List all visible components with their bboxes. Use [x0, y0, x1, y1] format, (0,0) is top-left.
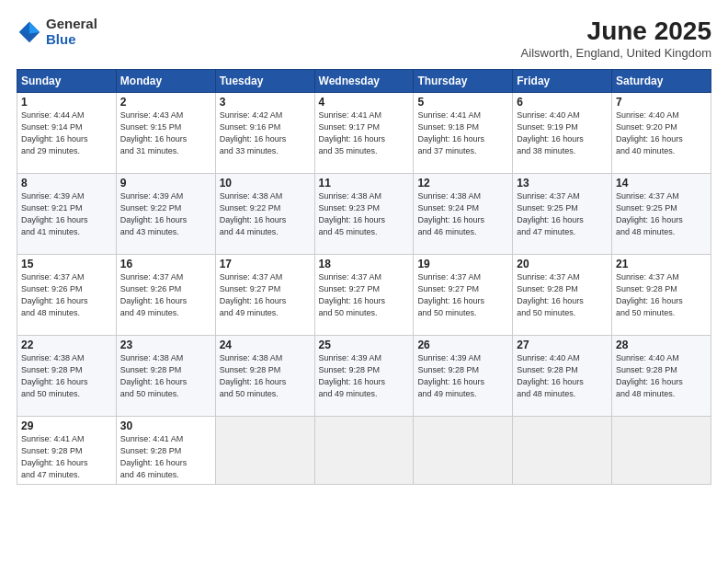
day-number: 27	[517, 339, 608, 351]
day-info: Sunrise: 4:37 AMSunset: 9:25 PMDaylight:…	[616, 191, 683, 236]
col-friday: Friday	[513, 70, 612, 93]
day-info: Sunrise: 4:38 AMSunset: 9:28 PMDaylight:…	[220, 353, 287, 398]
table-cell: 10 Sunrise: 4:38 AMSunset: 9:22 PMDaylig…	[215, 174, 314, 255]
table-cell: 25 Sunrise: 4:39 AMSunset: 9:28 PMDaylig…	[314, 336, 414, 417]
table-cell: 26 Sunrise: 4:39 AMSunset: 9:28 PMDaylig…	[414, 336, 513, 417]
day-number: 16	[120, 258, 211, 270]
day-number: 2	[120, 96, 211, 109]
day-number: 5	[417, 96, 508, 109]
logo-icon	[17, 19, 42, 45]
month-title: June 2025	[521, 17, 711, 46]
day-number: 14	[616, 177, 707, 190]
day-info: Sunrise: 4:41 AMSunset: 9:28 PMDaylight:…	[21, 434, 88, 479]
col-thursday: Thursday	[414, 70, 513, 93]
table-cell: 22 Sunrise: 4:38 AMSunset: 9:28 PMDaylig…	[17, 336, 117, 417]
day-number: 30	[120, 419, 211, 432]
table-cell: 13 Sunrise: 4:37 AMSunset: 9:25 PMDaylig…	[513, 174, 612, 255]
day-number: 9	[120, 177, 211, 190]
day-number: 17	[220, 258, 311, 270]
table-cell: 12 Sunrise: 4:38 AMSunset: 9:24 PMDaylig…	[414, 174, 513, 255]
day-info: Sunrise: 4:40 AMSunset: 9:28 PMDaylight:…	[517, 353, 584, 398]
day-info: Sunrise: 4:38 AMSunset: 9:28 PMDaylight:…	[120, 353, 188, 398]
empty-cell	[215, 417, 314, 485]
table-row: 22 Sunrise: 4:38 AMSunset: 9:28 PMDaylig…	[17, 336, 711, 417]
table-cell: 28 Sunrise: 4:40 AMSunset: 9:28 PMDaylig…	[612, 336, 711, 417]
day-info: Sunrise: 4:37 AMSunset: 9:28 PMDaylight:…	[616, 272, 683, 317]
empty-cell	[414, 417, 513, 485]
day-info: Sunrise: 4:37 AMSunset: 9:27 PMDaylight:…	[319, 272, 386, 317]
col-saturday: Saturday	[612, 70, 711, 93]
day-number: 4	[319, 96, 410, 109]
day-info: Sunrise: 4:38 AMSunset: 9:28 PMDaylight:…	[21, 353, 88, 398]
day-number: 18	[319, 258, 410, 270]
day-info: Sunrise: 4:39 AMSunset: 9:22 PMDaylight:…	[120, 191, 188, 236]
day-number: 29	[21, 419, 112, 432]
table-cell: 30 Sunrise: 4:41 AMSunset: 9:28 PMDaylig…	[116, 417, 215, 485]
day-info: Sunrise: 4:42 AMSunset: 9:16 PMDaylight:…	[220, 110, 287, 155]
day-number: 22	[21, 339, 112, 351]
empty-cell	[314, 417, 414, 485]
day-info: Sunrise: 4:37 AMSunset: 9:26 PMDaylight:…	[21, 272, 88, 317]
day-info: Sunrise: 4:40 AMSunset: 9:20 PMDaylight:…	[616, 110, 683, 155]
day-info: Sunrise: 4:37 AMSunset: 9:28 PMDaylight:…	[517, 272, 584, 317]
day-info: Sunrise: 4:37 AMSunset: 9:27 PMDaylight:…	[220, 272, 287, 317]
day-number: 26	[417, 339, 508, 351]
day-number: 12	[417, 177, 508, 190]
table-row: 15 Sunrise: 4:37 AMSunset: 9:26 PMDaylig…	[17, 255, 711, 336]
table-cell: 1 Sunrise: 4:44 AMSunset: 9:14 PMDayligh…	[17, 93, 117, 174]
logo-text: General Blue	[46, 17, 97, 47]
col-wednesday: Wednesday	[314, 70, 414, 93]
day-info: Sunrise: 4:41 AMSunset: 9:28 PMDaylight:…	[120, 434, 188, 479]
table-cell: 6 Sunrise: 4:40 AMSunset: 9:19 PMDayligh…	[513, 93, 612, 174]
table-row: 8 Sunrise: 4:39 AMSunset: 9:21 PMDayligh…	[17, 174, 711, 255]
table-cell: 7 Sunrise: 4:40 AMSunset: 9:20 PMDayligh…	[612, 93, 711, 174]
day-number: 3	[220, 96, 311, 109]
table-cell: 8 Sunrise: 4:39 AMSunset: 9:21 PMDayligh…	[17, 174, 117, 255]
header: General Blue June 2025 Ailsworth, Englan…	[17, 17, 711, 60]
table-cell: 29 Sunrise: 4:41 AMSunset: 9:28 PMDaylig…	[17, 417, 117, 485]
table-cell: 23 Sunrise: 4:38 AMSunset: 9:28 PMDaylig…	[116, 336, 215, 417]
table-cell: 19 Sunrise: 4:37 AMSunset: 9:27 PMDaylig…	[414, 255, 513, 336]
table-cell: 5 Sunrise: 4:41 AMSunset: 9:18 PMDayligh…	[414, 93, 513, 174]
day-info: Sunrise: 4:39 AMSunset: 9:21 PMDaylight:…	[21, 191, 88, 236]
logo: General Blue	[17, 17, 97, 47]
day-info: Sunrise: 4:38 AMSunset: 9:22 PMDaylight:…	[220, 191, 287, 236]
logo-general-label: General	[46, 17, 97, 32]
page: General Blue June 2025 Ailsworth, Englan…	[0, 0, 728, 563]
day-info: Sunrise: 4:37 AMSunset: 9:27 PMDaylight:…	[417, 272, 484, 317]
day-number: 20	[517, 258, 608, 270]
svg-marker-2	[19, 21, 29, 33]
empty-cell	[612, 417, 711, 485]
day-info: Sunrise: 4:38 AMSunset: 9:23 PMDaylight:…	[319, 191, 386, 236]
day-info: Sunrise: 4:43 AMSunset: 9:15 PMDaylight:…	[120, 110, 188, 155]
location: Ailsworth, England, United Kingdom	[521, 46, 711, 60]
day-number: 6	[517, 96, 608, 109]
day-number: 28	[616, 339, 707, 351]
day-number: 7	[616, 96, 707, 109]
day-info: Sunrise: 4:37 AMSunset: 9:25 PMDaylight:…	[517, 191, 584, 236]
col-monday: Monday	[116, 70, 215, 93]
day-info: Sunrise: 4:44 AMSunset: 9:14 PMDaylight:…	[21, 110, 88, 155]
day-number: 24	[220, 339, 311, 351]
table-cell: 24 Sunrise: 4:38 AMSunset: 9:28 PMDaylig…	[215, 336, 314, 417]
table-cell: 17 Sunrise: 4:37 AMSunset: 9:27 PMDaylig…	[215, 255, 314, 336]
day-info: Sunrise: 4:39 AMSunset: 9:28 PMDaylight:…	[417, 353, 484, 398]
table-cell: 20 Sunrise: 4:37 AMSunset: 9:28 PMDaylig…	[513, 255, 612, 336]
day-number: 1	[21, 96, 112, 109]
day-number: 25	[319, 339, 410, 351]
col-sunday: Sunday	[17, 70, 117, 93]
day-number: 8	[21, 177, 112, 190]
table-cell: 18 Sunrise: 4:37 AMSunset: 9:27 PMDaylig…	[314, 255, 414, 336]
day-info: Sunrise: 4:40 AMSunset: 9:19 PMDaylight:…	[517, 110, 584, 155]
day-number: 13	[517, 177, 608, 190]
svg-marker-1	[29, 21, 40, 33]
table-cell: 9 Sunrise: 4:39 AMSunset: 9:22 PMDayligh…	[116, 174, 215, 255]
table-cell: 15 Sunrise: 4:37 AMSunset: 9:26 PMDaylig…	[17, 255, 117, 336]
table-cell: 3 Sunrise: 4:42 AMSunset: 9:16 PMDayligh…	[215, 93, 314, 174]
day-info: Sunrise: 4:40 AMSunset: 9:28 PMDaylight:…	[616, 353, 683, 398]
table-cell: 11 Sunrise: 4:38 AMSunset: 9:23 PMDaylig…	[314, 174, 414, 255]
day-number: 21	[616, 258, 707, 270]
day-number: 19	[417, 258, 508, 270]
logo-blue-label: Blue	[46, 32, 97, 48]
table-cell: 4 Sunrise: 4:41 AMSunset: 9:17 PMDayligh…	[314, 93, 414, 174]
